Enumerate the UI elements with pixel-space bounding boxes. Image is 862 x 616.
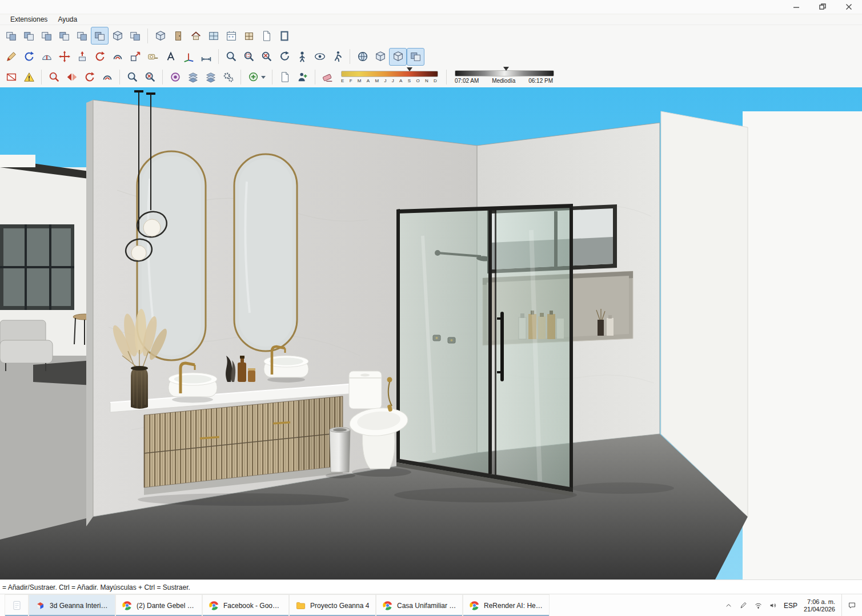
new-document-icon[interactable] xyxy=(276,69,294,86)
stack-icon[interactable] xyxy=(202,69,219,86)
sheet-icon[interactable] xyxy=(258,27,275,45)
look-around-icon[interactable] xyxy=(311,48,328,66)
system-tray: ESP 7:06 a. m. 21/04/2026 xyxy=(724,594,862,616)
close-button[interactable] xyxy=(836,0,862,14)
shadow-noon-label: Mediodía xyxy=(492,78,515,84)
house-icon[interactable] xyxy=(187,27,205,45)
shower-door-handle[interactable] xyxy=(500,312,504,381)
tape-measure-icon[interactable] xyxy=(144,48,162,66)
chrome-icon xyxy=(469,600,480,611)
shadow-time-marker[interactable] xyxy=(503,67,509,71)
settings-gears-icon[interactable] xyxy=(219,69,237,86)
eraser-icon[interactable] xyxy=(319,69,336,86)
reverse-faces-icon[interactable] xyxy=(63,69,81,86)
door-frame-icon[interactable] xyxy=(275,27,293,45)
zoom-extents-icon[interactable] xyxy=(258,48,275,66)
month-label: N xyxy=(425,78,428,83)
outer-shell-icon[interactable] xyxy=(2,27,20,45)
taskbar-item-label: Proyecto Geanna 4 xyxy=(310,602,369,610)
calendar-icon[interactable] xyxy=(222,27,240,45)
taskbar-item-sketchup[interactable]: 3d Geanna Interior ... xyxy=(29,594,115,616)
warning-triangle-icon[interactable] xyxy=(20,69,38,86)
menu-ayuda[interactable]: Ayuda xyxy=(53,15,82,23)
trash-can[interactable] xyxy=(330,428,350,473)
wifi-icon[interactable] xyxy=(754,601,763,610)
axes-icon[interactable] xyxy=(179,48,197,66)
restore-button[interactable] xyxy=(809,0,836,14)
volume-icon[interactable] xyxy=(769,601,777,610)
shadow-date-track[interactable] xyxy=(341,71,438,77)
taskbar-item-rerender-ai[interactable]: ReRender AI: Herra... xyxy=(463,594,550,616)
inspect-zoom-icon[interactable] xyxy=(45,69,63,86)
zoom-icon[interactable] xyxy=(123,69,141,86)
refresh-icon[interactable] xyxy=(81,69,98,86)
cabinet-icon[interactable] xyxy=(240,27,258,45)
vessel-sink-left[interactable] xyxy=(169,373,217,403)
shadow-time-slider[interactable]: 07:02 AM Mediodía 06:12 PM xyxy=(455,70,554,84)
taskbar-file-explorer[interactable] xyxy=(5,594,29,616)
pen-icon[interactable] xyxy=(739,601,748,610)
union-icon[interactable] xyxy=(38,27,55,45)
dimension-icon[interactable] xyxy=(197,48,215,66)
menu-extensiones[interactable]: Extensiones xyxy=(6,15,52,23)
zoom-extents-icon[interactable] xyxy=(141,69,159,86)
face-style-iso-icon[interactable] xyxy=(371,48,389,66)
taskbar-item-label: ReRender AI: Herra... xyxy=(484,602,543,610)
title-bar xyxy=(0,0,862,14)
zoom-icon[interactable] xyxy=(222,48,240,66)
trim-icon[interactable] xyxy=(73,27,91,45)
window-grid-icon[interactable] xyxy=(205,27,222,45)
orbit-icon[interactable] xyxy=(20,48,38,66)
face-style-textured-icon[interactable] xyxy=(407,48,424,66)
add-location-icon[interactable] xyxy=(244,69,268,86)
cube-tool-b-icon[interactable] xyxy=(126,27,144,45)
taskbar-item-proyecto-folder[interactable]: Proyecto Geanna 4 xyxy=(289,594,376,616)
split-icon[interactable] xyxy=(91,27,109,45)
rotate-icon[interactable] xyxy=(91,48,109,66)
orbit-globe-icon[interactable] xyxy=(354,48,371,66)
curve-tool-icon[interactable] xyxy=(98,69,116,86)
shadow-date-slider[interactable]: EFMAMJJASOND xyxy=(341,71,438,83)
minimize-button[interactable] xyxy=(783,0,809,14)
text-icon[interactable] xyxy=(162,48,179,66)
taskbar-item-dante-gebel[interactable]: (2) Dante Gebel #94... xyxy=(115,594,202,616)
walk-icon[interactable] xyxy=(328,48,346,66)
language-indicator[interactable]: ESP xyxy=(784,602,797,610)
component-box-icon[interactable] xyxy=(151,27,169,45)
vessel-sink-right[interactable] xyxy=(264,356,308,383)
glass-shower[interactable] xyxy=(396,204,573,496)
intersect-icon[interactable] xyxy=(20,27,38,45)
action-center-button[interactable] xyxy=(841,594,856,616)
taskbar-clock[interactable]: 7:06 a. m. 21/04/2026 xyxy=(804,598,835,613)
door-icon[interactable] xyxy=(169,27,187,45)
taskbar-item-casa-unifamiliar[interactable]: Casa Unifamiliar en... xyxy=(376,594,463,616)
face-style-shaded-icon[interactable] xyxy=(389,48,407,66)
chevron-up-icon[interactable] xyxy=(724,601,733,610)
viewport-canvas[interactable] xyxy=(0,87,862,579)
layers-icon[interactable] xyxy=(184,69,202,86)
left-wall-edge xyxy=(86,100,93,526)
previous-view-icon[interactable] xyxy=(275,48,293,66)
add-person-icon[interactable] xyxy=(294,69,311,86)
chrome-icon xyxy=(122,600,133,611)
zoom-window-icon[interactable] xyxy=(240,48,258,66)
protractor-icon[interactable] xyxy=(38,48,55,66)
solid-inspector-icon[interactable] xyxy=(166,69,184,86)
shadow-date-marker[interactable] xyxy=(407,67,412,71)
shadow-time-track[interactable] xyxy=(455,70,554,77)
freehand-icon[interactable] xyxy=(2,48,20,66)
position-camera-icon[interactable] xyxy=(293,48,311,66)
subtract-icon[interactable] xyxy=(55,27,73,45)
taskbar-item-facebook[interactable]: Facebook - Google ... xyxy=(202,594,289,616)
close-icon xyxy=(845,3,852,10)
cube-tool-a-icon[interactable] xyxy=(109,27,126,45)
offset-icon[interactable] xyxy=(109,48,126,66)
exterior-living-area[interactable] xyxy=(0,155,96,544)
oval-mirror-right[interactable] xyxy=(234,154,297,351)
taskbar-item-label: (2) Dante Gebel #94... xyxy=(137,602,196,610)
scale-icon[interactable] xyxy=(126,48,144,66)
section-plane-icon[interactable] xyxy=(2,69,20,86)
background-horizon xyxy=(743,111,862,579)
push-pull-icon[interactable] xyxy=(73,48,91,66)
move-icon[interactable] xyxy=(55,48,73,66)
